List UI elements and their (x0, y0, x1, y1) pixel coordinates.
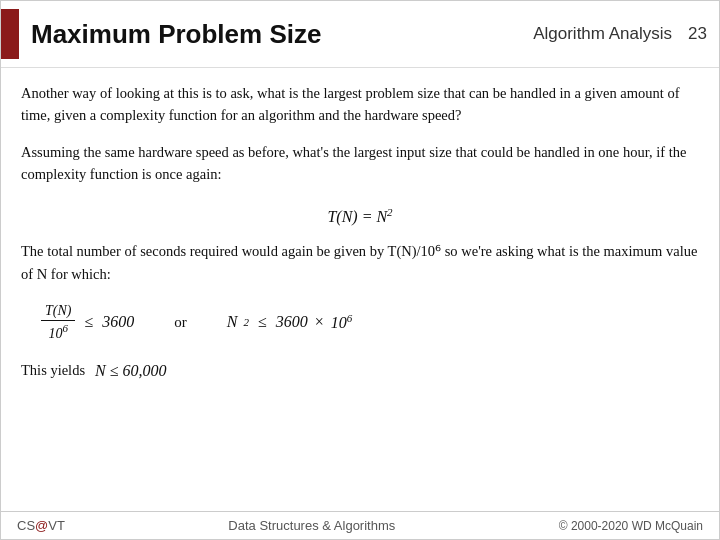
footer: CS@VT Data Structures & Algorithms © 200… (1, 511, 719, 539)
leq-symbol-left: ≤ (81, 313, 96, 331)
section-label: Algorithm Analysis (533, 24, 672, 44)
yield-formula: N ≤ 60,000 (95, 362, 166, 380)
footer-center: Data Structures & Algorithms (228, 518, 395, 533)
footer-left: CS@VT (17, 518, 65, 533)
header: Maximum Problem Size Algorithm Analysis … (1, 1, 719, 68)
paragraph-3: The total number of seconds required wou… (21, 240, 699, 285)
leq-symbol-right: ≤ (255, 313, 270, 331)
formula-tn-n2-text: T(N) = N2 (327, 206, 392, 226)
paragraph-1: Another way of looking at this is to ask… (21, 82, 699, 127)
this-yields-label: This yields (21, 362, 85, 379)
times-symbol: × (314, 313, 325, 331)
slide-title: Maximum Problem Size (31, 19, 533, 50)
frac-numerator: T(N) (41, 303, 75, 321)
formula-fraction: T(N) 106 ≤ 3600 (41, 303, 134, 342)
fraction: T(N) 106 (41, 303, 75, 342)
paragraph-2: Assuming the same hardware speed as befo… (21, 141, 699, 186)
or-label: or (174, 314, 187, 331)
slide-container: Maximum Problem Size Algorithm Analysis … (0, 0, 720, 540)
value-3600-right: 3600 (276, 313, 308, 331)
frac-denominator: 106 (44, 321, 72, 342)
sq-exp: 2 (243, 316, 249, 328)
vt-text: VT (48, 518, 65, 533)
formula-n2: N2 ≤ 3600 × 106 (227, 312, 352, 332)
header-right: Algorithm Analysis 23 (533, 24, 707, 44)
n-var: N (227, 313, 238, 331)
footer-right: © 2000-2020 WD McQuain (559, 519, 703, 533)
header-accent-bar (1, 9, 19, 59)
formula-tn-eq-n2: T(N) = N2 (21, 206, 699, 226)
value-3600: 3600 (102, 313, 134, 331)
at-symbol: @ (35, 518, 48, 533)
value-10-6: 106 (331, 312, 353, 332)
two-formulas-row: T(N) 106 ≤ 3600 or N2 ≤ 3600 × 106 (41, 303, 699, 342)
page-number: 23 (688, 24, 707, 44)
this-yields-row: This yields N ≤ 60,000 (21, 362, 699, 380)
slide-content: Another way of looking at this is to ask… (1, 68, 719, 511)
cs-text: CS (17, 518, 35, 533)
